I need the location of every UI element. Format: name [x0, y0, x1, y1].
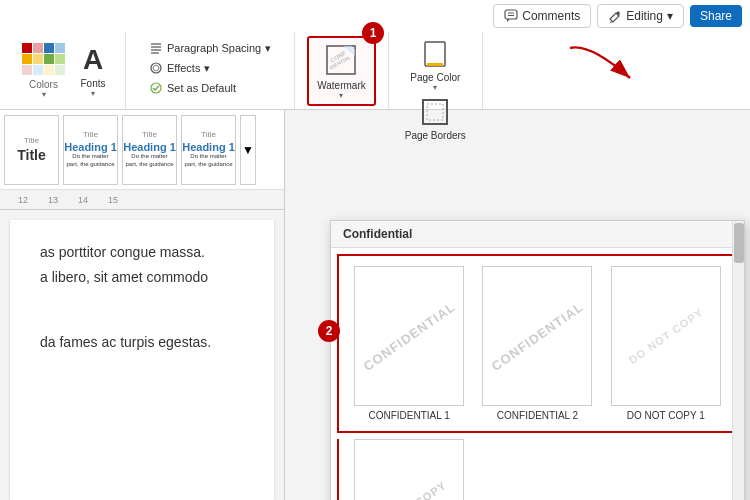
badge-2: 2 — [318, 320, 340, 342]
swatch — [55, 43, 65, 53]
swatch — [44, 65, 54, 75]
checkmark-icon — [149, 81, 163, 95]
ribbon: Comments Editing ▾ Share — [0, 0, 750, 110]
scrollbar-thumb — [734, 223, 744, 263]
paragraph-spacing-icon — [149, 41, 163, 55]
watermark-panel-header: Confidential — [331, 221, 744, 248]
svg-point-9 — [151, 63, 161, 73]
svg-rect-15 — [427, 63, 443, 66]
swatch — [22, 54, 32, 64]
doc-text-line1: as porttitor congue massa. — [40, 240, 244, 265]
document-panel: Title Title Title Heading 1 Do the matte… — [0, 110, 285, 500]
effects-button[interactable]: Effects ▾ — [146, 60, 274, 76]
editing-button[interactable]: Editing ▾ — [597, 4, 684, 28]
style-card-heading3[interactable]: Title Heading 1 Do the matter part, the … — [181, 115, 236, 185]
badge-1: 1 — [362, 22, 384, 44]
swatch — [33, 65, 43, 75]
styles-scroll-button[interactable]: ▼ — [240, 115, 256, 185]
style-card-heading2[interactable]: Title Heading 1 Do the matter part, the … — [122, 115, 177, 185]
doc-text-line2: a libero, sit amet commodo — [40, 265, 244, 290]
swatch — [22, 43, 32, 53]
swatch — [22, 65, 32, 75]
swatch — [55, 54, 65, 64]
ruler: 12 13 14 15 — [0, 190, 284, 210]
swatch — [44, 54, 54, 64]
document-page: as porttitor congue massa. a libero, sit… — [10, 220, 274, 500]
watermark-grid-top: CONFIDENTIAL CONFIDENTIAL 1 CONFIDENTIAL… — [337, 254, 738, 433]
comments-button[interactable]: Comments — [493, 4, 591, 28]
page-color-icon — [419, 38, 451, 70]
paragraph-group: Paragraph Spacing ▾ Effects ▾ — [126, 32, 295, 109]
watermark-grid-bottom: DO NOT COPY DO NOT COPY 2 — [337, 439, 738, 500]
svg-rect-14 — [425, 42, 445, 66]
swatch — [55, 65, 65, 75]
panel-scrollbar[interactable] — [732, 221, 744, 500]
page-color-group: Page Color ▾ Page Borders — [389, 32, 483, 109]
document-area: Title Title Title Heading 1 Do the matte… — [0, 110, 750, 500]
watermark-icon: CONF IDENTIAL — [323, 42, 359, 78]
svg-rect-1 — [505, 10, 517, 19]
colors-button[interactable]: Colors ▾ — [22, 43, 65, 99]
swatch — [33, 43, 43, 53]
fonts-button[interactable]: A Fonts ▾ — [73, 42, 113, 100]
swatch — [33, 54, 43, 64]
watermark-item-dnc1[interactable]: DO NOT COPY DO NOT COPY 1 — [606, 266, 726, 421]
swatch — [44, 43, 54, 53]
share-button[interactable]: Share — [690, 5, 742, 27]
watermark-item-conf1[interactable]: CONFIDENTIAL CONFIDENTIAL 1 — [349, 266, 469, 421]
document-content: as porttitor congue massa. a libero, sit… — [0, 210, 284, 500]
pencil-icon — [608, 9, 622, 23]
doc-text-line3: da fames ac turpis egestas. — [40, 330, 244, 355]
effects-icon — [149, 61, 163, 75]
watermark-item-conf2[interactable]: CONFIDENTIAL CONFIDENTIAL 2 — [477, 266, 597, 421]
watermark-item-dnc2[interactable]: DO NOT COPY DO NOT COPY 2 — [349, 439, 469, 500]
set-as-default-button[interactable]: Set as Default — [146, 80, 274, 96]
watermark-button[interactable]: CONF IDENTIAL Watermark ▾ — [307, 36, 376, 106]
watermark-panel: Confidential CONFIDENTIAL CONFIDENTIAL 1… — [330, 220, 745, 500]
colors-group: Colors ▾ A Fonts ▾ — [10, 32, 126, 109]
style-card-heading1[interactable]: Title Heading 1 Do the matter part, the … — [63, 115, 118, 185]
comments-icon — [504, 9, 518, 23]
paragraph-spacing-button[interactable]: Paragraph Spacing ▾ — [146, 40, 274, 56]
styles-bar: Title Title Title Heading 1 Do the matte… — [0, 110, 284, 190]
style-card-title[interactable]: Title Title — [4, 115, 59, 185]
page-color-button[interactable]: Page Color ▾ — [406, 36, 464, 94]
